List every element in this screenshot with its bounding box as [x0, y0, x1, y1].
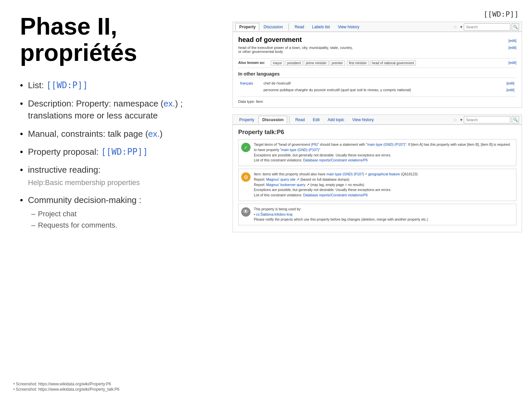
bullet-code-1: [[WD:P]]: [46, 80, 88, 90]
lang-term-fr: chef de l'exécutif: [262, 80, 498, 87]
list-item-5: instructive reading: Help:Basic membersh…: [20, 164, 196, 188]
edit-link-3[interactable]: [edit]: [508, 61, 516, 65]
bullet-text-5: instructive reading:: [28, 165, 100, 175]
bullet-text-3: Manual, constraints: talk page (: [28, 129, 148, 139]
lang-row-fr: français chef de l'exécutif [edit]: [238, 80, 516, 87]
edit-link-1[interactable]: [edit]: [508, 39, 516, 43]
bullet-list: List: [[WD:P]] Description: Property: na…: [20, 79, 196, 231]
bullet-text-6: Community decision-making :: [28, 195, 141, 205]
aka-tag-1: president: [285, 61, 303, 66]
tab-history-top[interactable]: View history: [334, 23, 363, 31]
ex-link-2[interactable]: ex.: [148, 129, 160, 139]
tab-edit-bottom[interactable]: Edit: [309, 116, 323, 123]
wiki-tabs-top: Property Discussion Read Labels list Vie…: [233, 22, 522, 32]
tab-discussion-bottom[interactable]: Discussion: [259, 116, 287, 124]
tab-addtopic-bottom[interactable]: Add topic: [324, 116, 348, 123]
lang-table: français chef de l'exécutif [edit] perso…: [238, 80, 516, 93]
left-panel: Phase II, propriétés List: [[WD:P]] Desc…: [0, 0, 216, 250]
aka-label: Also known as:: [238, 61, 268, 65]
bullet-text-2: Description: Property: namespace (: [28, 99, 164, 108]
footer-line-1: • Screenshot: https://www.wikidata.org/w…: [13, 382, 119, 386]
tab-discussion-top[interactable]: Discussion: [260, 23, 286, 31]
star-icon-bottom[interactable]: ☆: [452, 117, 459, 122]
bullet-text-1: List:: [28, 80, 46, 90]
constraint-icon-2: ⚙: [241, 172, 251, 182]
tab-labels-top[interactable]: Labels list: [308, 23, 333, 31]
wiki-box-top: Property Discussion Read Labels list Vie…: [233, 22, 522, 108]
property-title: head of government: [238, 36, 302, 44]
wiki-content-bottom: Property talk:P6 ✓ Target items of "head…: [233, 125, 522, 232]
constraint-text-1: Target items of "head of government (P6)…: [254, 142, 513, 163]
edit-link-2[interactable]: [edit]: [508, 46, 516, 50]
wiki-content-top: head of government [edit] head of the ex…: [233, 32, 522, 107]
lang-desc-fr: personne publique chargée du pouvoir exé…: [262, 87, 498, 93]
constraint-box-1: ✓ Target items of "head of government (P…: [238, 139, 516, 166]
list-item-2: Description: Property: namespace (ex.) ;…: [20, 98, 196, 122]
constraint-box-3: 👁 This property is being used by: • cs:Š…: [238, 204, 516, 225]
lang-label-fr: français: [238, 80, 262, 87]
aka-row: Also known as: mayor president prime min…: [238, 61, 516, 66]
tab-property-top[interactable]: Property: [236, 23, 259, 31]
right-panel: [[WD:P]] Property Discussion Read Labels…: [233, 0, 532, 239]
bullet-subtext-5: Help:Basic membership properties: [28, 178, 140, 187]
aka-tag-5: head of national government: [370, 61, 416, 66]
edit-lang-fr-2[interactable]: [edit]: [506, 88, 514, 92]
search-input-bottom[interactable]: [464, 116, 510, 123]
ex-link-1[interactable]: ex.: [164, 99, 175, 108]
search-button-bottom[interactable]: 🔍: [512, 116, 519, 123]
sub-list-6: Project chat Requests for comments.: [28, 209, 196, 231]
list-item-6: Community decision-making : Project chat…: [20, 194, 196, 231]
main-title: Phase II, propriétés: [20, 13, 196, 66]
dropdown-icon-bottom[interactable]: ▼: [459, 118, 463, 122]
tab-history-bottom[interactable]: View history: [349, 116, 377, 123]
tab-property-bottom[interactable]: Property: [236, 116, 258, 123]
constraint-text-3: This property is being used by: • cs:Šab…: [254, 207, 428, 222]
list-item-1: List: [[WD:P]]: [20, 79, 196, 91]
lang-row-fr-desc: personne publique chargée du pouvoir exé…: [238, 87, 516, 93]
in-other-languages-title: In other languages: [238, 71, 516, 78]
list-item-3: Manual, constraints: talk page (ex.): [20, 128, 196, 140]
aka-tag-3: premier: [330, 61, 345, 66]
dropdown-icon-top[interactable]: ▼: [459, 25, 463, 29]
sub-item-1[interactable]: Project chat: [31, 209, 196, 219]
search-input-top[interactable]: [464, 23, 510, 31]
list-item-4: Property proposal: [[WD:PP]]: [20, 146, 196, 158]
bullet-text-4: Property proposal:: [28, 147, 101, 157]
data-type: Data type: Item: [238, 100, 516, 103]
constraint-icon-1: ✓: [241, 143, 251, 152]
edit-lang-fr-1[interactable]: [edit]: [506, 81, 514, 85]
sub-item-2[interactable]: Requests for comments.: [31, 220, 196, 231]
wiki-search-area-top: 🔍: [464, 23, 519, 31]
wd-tag: [[WD:P]]: [233, 10, 522, 18]
star-icon-top[interactable]: ☆: [452, 24, 459, 30]
constraint-text-2: Item: items with this property should al…: [254, 172, 418, 198]
property-desc: head of the executive power of a town, c…: [238, 46, 353, 54]
aka-tag-4: first minister: [347, 61, 369, 66]
footer-line-2: • Screenshot: https://www.wikidata.org/w…: [13, 387, 119, 392]
talk-title: Property talk:P6: [238, 129, 516, 136]
constraint-icon-3: 👁: [241, 207, 251, 217]
wiki-box-bottom: Property Discussion Read Edit Add topic …: [233, 114, 522, 232]
aka-tag-0: mayor: [271, 61, 284, 66]
wiki-search-area-bottom: 🔍: [464, 116, 519, 123]
search-button-top[interactable]: 🔍: [512, 23, 519, 31]
bullet-code-4: [[WD:PP]]: [101, 147, 148, 157]
bullet-text-3b: ): [160, 129, 163, 139]
aka-tag-2: prime minister: [304, 61, 329, 66]
tab-read-top[interactable]: Read: [291, 23, 308, 31]
aka-tags: mayor president prime minister premier f…: [271, 61, 416, 66]
footer: • Screenshot: https://www.wikidata.org/w…: [13, 382, 119, 392]
wiki-tabs-bottom: Property Discussion Read Edit Add topic …: [233, 115, 522, 125]
tab-read-bottom[interactable]: Read: [291, 116, 308, 123]
constraint-box-2: ⚙ Item: items with this property should …: [238, 169, 516, 201]
